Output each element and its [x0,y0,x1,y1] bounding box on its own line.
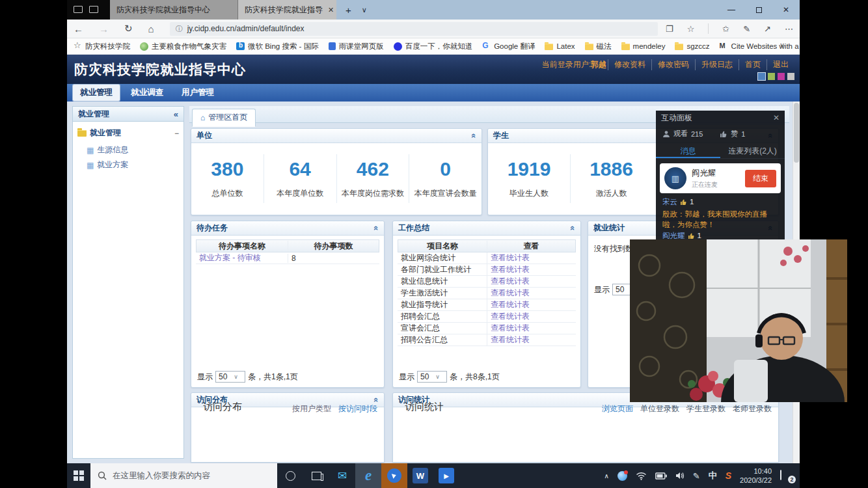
browser-tab-inactive[interactable]: 防灾科技学院就业指导中心 [110,0,237,20]
tab-messages[interactable]: 消息 [656,142,720,158]
bookmark-item[interactable]: sgzccz [675,42,709,50]
theme-gray-swatch[interactable] [787,73,794,80]
view-statistics-link[interactable]: 查看统计表 [487,288,576,299]
panel-collapse-icon[interactable]: « [469,133,479,138]
minimize-button[interactable]: — [718,0,745,20]
sidebar-header: 就业管理 « [72,106,184,122]
by-time-period-link[interactable]: 按访问时段 [338,403,377,414]
nav-tab-employment-survey[interactable]: 就业调查 [124,85,170,101]
restore-button[interactable] [745,0,772,20]
page-views-link[interactable]: 浏览页面 [602,403,633,414]
share-icon[interactable]: ↗ [764,24,771,34]
site-info-icon[interactable]: ⓘ [176,24,183,34]
unit-logins-link[interactable]: 单位登录数 [640,403,679,414]
sidebar-collapse-icon[interactable]: « [174,109,178,119]
set-tabs-aside-icon[interactable] [74,6,83,13]
theme-blue-swatch[interactable] [758,73,765,80]
action-center-button[interactable]: 2 [780,470,793,481]
end-mic-button[interactable]: 结束 [745,170,776,187]
word-app-button[interactable]: W [407,463,433,488]
scrollbar-thumb[interactable] [794,103,799,163]
bookmark-item[interactable]: Google 翻译 [482,42,535,51]
tab-mic-list[interactable]: 连麦列表(2人) [720,142,785,158]
browser-tab-active[interactable]: 防灾科技学院就业指导✕ [237,0,336,20]
url-input[interactable]: ⓘ jy.cidp.edu.cn/admin/default/index [170,22,658,36]
view-statistics-link[interactable]: 查看统计表 [487,264,576,275]
tab-preview-icon[interactable] [89,6,98,13]
close-icon[interactable]: ✕ [773,113,780,122]
pen-icon[interactable]: ✎ [693,471,700,481]
project-name: 就业指导统计 [398,299,487,310]
start-button[interactable] [67,463,90,488]
bookmark-item[interactable]: 雨课堂网页版 [329,42,384,51]
tab-admin-home[interactable]: ⌂ 管理区首页 [192,109,256,127]
edge-app-button[interactable]: e [355,463,381,488]
tray-app-icon[interactable] [617,471,627,481]
bookmark-item[interactable]: 磁法 [585,42,612,51]
bookmark-item[interactable]: 微软 Bing 搜索 - 国际 [236,42,319,51]
tree-root-employment[interactable]: 就业管理 − [76,126,180,142]
tree-item-student-source[interactable]: ▦ 生源信息 [76,142,180,157]
close-button[interactable]: ✕ [772,0,800,20]
panel-collapse-icon[interactable]: « [372,226,381,230]
bookmark-item[interactable]: Latex [545,42,575,50]
bookmark-item[interactable]: 主要粮食作物气象灾害 [140,42,226,51]
clock[interactable]: 10:402020/3/22 [740,467,772,485]
site-title: 防灾科技学院就业指导中心 [74,61,246,79]
ime-indicator[interactable]: 中 [709,470,717,481]
collapse-node-icon[interactable]: − [174,129,179,138]
bookmark-item[interactable]: mendeley [621,42,666,50]
add-favorite-icon[interactable]: ☆ [687,24,695,34]
screen-recorder-app-button[interactable] [381,463,407,488]
panel-collapse-icon[interactable]: « [372,398,381,402]
web-note-icon[interactable]: ✎ [743,24,750,34]
mail-app-button[interactable]: ✉ [329,463,355,488]
view-statistics-link[interactable]: 查看统计表 [487,276,576,287]
forward-icon[interactable]: → [99,23,109,34]
favorites-hub-icon[interactable]: ✩ [722,24,729,34]
page-size-select[interactable]: 50∨ [215,371,245,383]
speaker-icon[interactable] [675,472,685,480]
home-link[interactable]: 首页 [739,59,766,70]
sogou-icon[interactable]: S [726,470,731,481]
more-options-icon[interactable]: ⋯ [785,24,793,34]
teacher-logins-link[interactable]: 老师登录数 [733,403,772,414]
panel-collapse-icon[interactable]: « [568,226,578,230]
edit-profile-link[interactable]: 修改资料 [608,59,651,70]
tray-expand-icon[interactable]: ∧ [604,472,608,480]
by-user-type-link[interactable]: 按用户类型 [292,403,331,414]
back-icon[interactable]: ← [74,23,83,34]
view-statistics-link[interactable]: 查看统计表 [487,323,576,334]
todo-item-link[interactable]: 就业方案 - 待审核 [196,252,288,264]
theme-magenta-swatch[interactable] [778,73,785,80]
view-statistics-link[interactable]: 查看统计表 [487,252,576,264]
wifi-icon[interactable] [636,472,647,480]
battery-icon[interactable] [655,472,667,480]
nav-tab-user-management[interactable]: 用户管理 [174,85,221,101]
bookmark-item[interactable]: 防灾科技学院 [74,42,130,51]
tree-item-employment-plan[interactable]: ▦ 就业方案 [76,157,180,172]
home-icon[interactable]: ⌂ [148,23,154,34]
nav-tab-employment-management[interactable]: 就业管理 [73,85,120,101]
new-tab-button[interactable]: + [346,5,351,16]
change-password-link[interactable]: 修改密码 [651,59,695,70]
classroom-app-button[interactable]: ▶ [433,463,459,488]
refresh-icon[interactable]: ↻ [124,23,133,34]
page-size-select[interactable]: 50∨ [417,371,447,383]
theme-green-swatch[interactable] [768,73,775,80]
bookmarks-overflow-icon[interactable]: ∨ [780,41,785,49]
upgrade-log-link[interactable]: 升级日志 [695,59,739,70]
view-statistics-link[interactable]: 查看统计表 [487,311,576,322]
bookmark-item[interactable]: Cite Websites with a l [720,42,800,50]
student-logins-link[interactable]: 学生登录数 [686,403,726,414]
view-statistics-link[interactable]: 查看统计表 [487,334,576,346]
tab-dropdown-icon[interactable]: ∨ [362,6,367,14]
reading-view-icon[interactable]: ❐ [666,24,673,34]
view-statistics-link[interactable]: 查看统计表 [487,299,576,310]
tab-close-icon[interactable]: ✕ [323,6,334,14]
bookmark-item[interactable]: 百度一下，你就知道 [394,42,473,51]
task-view-button[interactable] [303,463,329,488]
cortana-button[interactable] [277,463,303,488]
logout-link[interactable]: 退出 [766,59,794,70]
taskbar-search[interactable]: 在这里输入你要搜索的内容 [90,463,277,488]
